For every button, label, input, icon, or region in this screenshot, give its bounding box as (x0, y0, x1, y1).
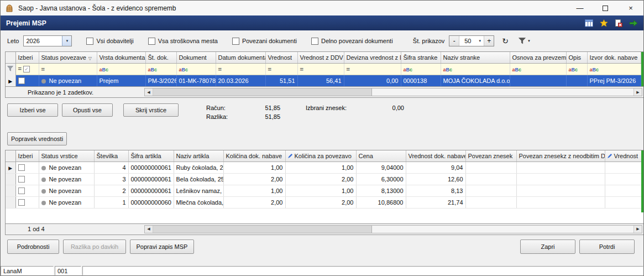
skrij-vrstice-button[interactable]: Skrij vrstice (123, 103, 179, 117)
column-header-vrednost-nabave[interactable]: Vrednost dok. nabave (406, 150, 465, 162)
checkbox-vsi-dobavitelji[interactable]: Vsi dobavitelji (86, 38, 133, 45)
column-header-izberi[interactable]: Izberi (15, 52, 39, 63)
increment-button[interactable]: + (484, 36, 494, 46)
filter-cell-opis[interactable]: aBc (566, 63, 587, 75)
cell-izberi[interactable] (15, 75, 39, 86)
cell-stevilka[interactable]: 1 (94, 196, 128, 208)
zapri-button[interactable]: Zapri (520, 239, 575, 254)
minimize-button[interactable]: — (567, 1, 593, 15)
column-header-vrednost-z-ddv[interactable]: Vrednost z DDV (297, 52, 344, 63)
column-header-vrednost-cut[interactable]: Vrednost (605, 150, 644, 162)
row-checkbox[interactable] (18, 199, 25, 206)
row-checkbox[interactable] (18, 77, 25, 84)
izberi-vse-button[interactable]: Izberi vse (7, 103, 58, 117)
cell-izberi[interactable] (15, 173, 39, 185)
column-header-sifra-artikla[interactable]: Šifra artikla (128, 150, 174, 162)
cell-stevilka[interactable]: 4 (94, 162, 128, 173)
cell-naziv-artikla[interactable]: Bela čokolada, 250 (174, 173, 223, 185)
cell-povezan-neodbitni[interactable] (516, 173, 605, 185)
leto-value[interactable]: 2026 (24, 36, 62, 46)
column-header-stevilka[interactable]: Številka (94, 150, 128, 162)
filter-cell-st-dok[interactable]: aBc (145, 63, 176, 75)
cell-povezan-znesek[interactable] (465, 162, 516, 173)
table-row[interactable]: ▶ Ne povezan 4 000000000061 Ruby čokolad… (6, 162, 644, 173)
column-header-vrednost[interactable]: Vrednost (265, 52, 297, 63)
horizontal-scrollbar[interactable]: ◀ ▶ (144, 225, 642, 233)
cell-opis[interactable] (566, 75, 587, 86)
chevron-down-icon[interactable]: ▼ (476, 36, 484, 46)
filter-cell-sifra-stranke[interactable]: aBc (401, 63, 441, 75)
cell-izberi[interactable] (15, 162, 39, 173)
cell-kolicina-povezava[interactable]: 1,00 (285, 185, 356, 196)
cell-kolicina-nabave[interactable]: 2,00 (223, 173, 285, 185)
row-count-value[interactable]: 50 (459, 36, 476, 46)
table-row[interactable]: Ne povezan 1 000000000060 Mlečna čokolad… (6, 196, 644, 208)
filter-cell-devizna[interactable]: = (344, 63, 401, 75)
cell-povezan-neodbitni[interactable] (516, 185, 605, 196)
cell-vrednost-nabave[interactable]: 9,04 (406, 162, 465, 173)
cell-osnova[interactable] (510, 75, 566, 86)
filter-cell-dokument[interactable]: aBc (176, 63, 216, 75)
filter-menu-button[interactable]: ▼ (519, 38, 531, 44)
cell-vrednost-nabave[interactable]: 8,13 (406, 185, 465, 196)
filter-cell-izberi[interactable]: = ✓ (15, 63, 39, 75)
column-header-datum-dokumenta[interactable]: Datum dokumenta (216, 52, 265, 63)
checkbox-icon[interactable] (232, 38, 239, 45)
cell-st-dok[interactable]: PM-3/2026 (145, 75, 176, 86)
cell-povezan-neodbitni[interactable] (516, 196, 605, 208)
cell-devizna[interactable]: 0,00 (344, 75, 401, 86)
filter-cell-izvor[interactable]: aBc (587, 63, 641, 75)
scroll-left-arrow[interactable]: ◀ (145, 88, 153, 96)
column-header-naziv-stranke[interactable]: Naziv stranke (441, 52, 510, 63)
column-header-kolicina-povezava[interactable]: Količina za povezavo (285, 150, 356, 162)
filter-cell-datum[interactable]: = (216, 63, 265, 75)
checkbox-icon[interactable] (311, 38, 318, 45)
chevron-down-icon[interactable]: ▼ (62, 36, 71, 46)
row-checkbox[interactable] (18, 164, 25, 171)
filter-cell-vrednost-ddv[interactable]: = (297, 63, 344, 75)
red-close-document-icon[interactable] (615, 19, 622, 27)
cell-sifra-artikla[interactable]: 000000000061 (128, 185, 174, 196)
checkbox-icon[interactable] (86, 38, 93, 45)
column-header-povezan-znesek[interactable]: Povezan znesek (465, 150, 516, 162)
cell-povezan-znesek[interactable] (465, 196, 516, 208)
cell-kolicina-povezava[interactable]: 2,00 (285, 196, 356, 208)
potrdi-button[interactable]: Potrdi (579, 239, 635, 254)
filter-cell-osnova[interactable]: aBc (510, 63, 566, 75)
cell-status[interactable]: Ne povezan (39, 173, 94, 185)
filter-cell-vrsta[interactable]: aBc (97, 63, 145, 75)
cell-status[interactable]: Ne povezan (39, 185, 94, 196)
cell-sifra-stranke[interactable]: 0000138 (401, 75, 441, 86)
scrollbar-thumb[interactable] (153, 88, 372, 96)
table-row[interactable]: Ne povezan 3 000000000061 Bela čokolada,… (6, 173, 644, 185)
row-checkbox[interactable] (18, 188, 25, 194)
cell-dokument[interactable]: 01-MK-78078 (176, 75, 216, 86)
column-header-povezan-neodbitni[interactable]: Povezan znesekz z neodbitim DDV (516, 150, 605, 162)
cell-izvor[interactable]: PPrej PM-3/2026 (587, 75, 641, 86)
cell-status[interactable]: Ne povezan (39, 196, 94, 208)
cell-status[interactable]: Ne povezan (39, 162, 94, 173)
cell-sifra-artikla[interactable]: 000000000060 (128, 196, 174, 208)
filter-cell-status[interactable]: = (39, 63, 97, 75)
cell-datum[interactable]: 20.03.2026 (216, 75, 265, 86)
cell-naziv-artikla[interactable]: Lešnikov namaz, (174, 185, 223, 196)
scrollbar-thumb[interactable] (153, 226, 372, 233)
column-header-cena[interactable]: Cena (356, 150, 406, 162)
cell-naziv-artikla[interactable]: Ruby čokolada, 250 (174, 162, 223, 173)
cell-vrednost-cut[interactable] (605, 185, 644, 196)
cell-naziv-stranke[interactable]: MOJA ČOKOLADA d.o.o. (441, 75, 510, 86)
cell-kolicina-povezava[interactable]: 1,00 (285, 162, 356, 173)
column-header-opis[interactable]: Opis (566, 52, 587, 63)
filter-cell-vrednost[interactable]: = (265, 63, 297, 75)
cell-vrednost-nabave[interactable]: 21,74 (406, 196, 465, 208)
row-count-stepper[interactable]: - 50 ▼ + (449, 35, 494, 46)
cell-kolicina-nabave[interactable]: 1,00 (223, 162, 285, 173)
cell-vrednost-cut[interactable] (605, 196, 644, 208)
scroll-left-arrow[interactable]: ◀ (145, 226, 153, 233)
column-header-naziv-artikla[interactable]: Naziv artikla (174, 150, 223, 162)
scroll-right-arrow[interactable]: ▶ (633, 88, 642, 96)
checkbox-icon[interactable] (148, 38, 155, 45)
table-row[interactable]: ▶ Ne povezan Prejem PM-3/2026 01-MK-7807… (6, 75, 644, 86)
column-header-status-povezave[interactable]: Status povezave▽ (39, 52, 97, 63)
table-row[interactable]: Ne povezan 2 000000000061 Lešnikov namaz… (6, 185, 644, 196)
